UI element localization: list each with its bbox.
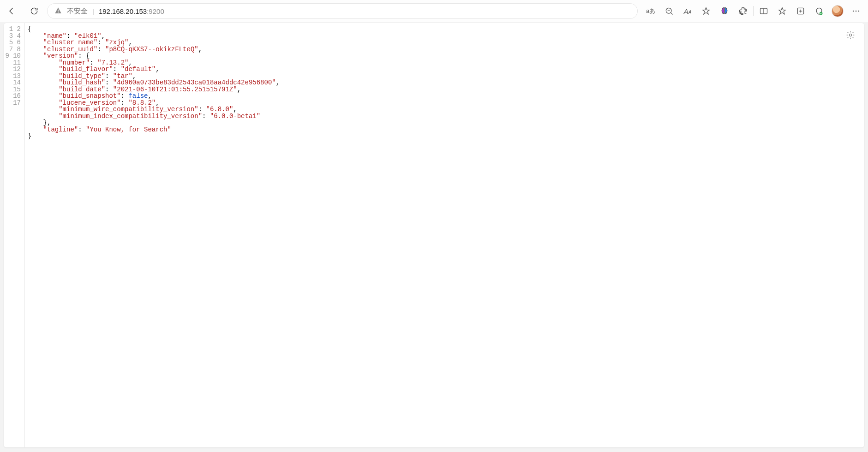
svg-rect-1: [58, 12, 59, 13]
avatar-image: [832, 5, 844, 17]
svg-point-8: [858, 11, 860, 12]
not-secure-icon: [54, 6, 62, 16]
brain-extension-icon[interactable]: [715, 2, 734, 20]
more-button[interactable]: [847, 2, 865, 20]
back-button[interactable]: [3, 2, 21, 20]
json-response-body[interactable]: { "name": "elk01", "cluster_name": "zxjq…: [25, 23, 864, 447]
browser-toolbar: 不安全 | 192.168.20.153:9200 aあ AA: [0, 0, 868, 22]
zoom-out-button[interactable]: [660, 2, 678, 20]
address-separator: |: [92, 7, 94, 15]
svg-point-7: [856, 11, 857, 12]
extensions-button[interactable]: [734, 2, 752, 20]
read-aloud-button[interactable]: aあ: [641, 2, 660, 20]
line-number-gutter: 1 2 3 4 5 6 7 8 9 10 11 12 13 14 15 16 1…: [4, 23, 25, 447]
address-bar[interactable]: 不安全 | 192.168.20.153:9200: [47, 3, 638, 19]
page-content: 1 2 3 4 5 6 7 8 9 10 11 12 13 14 15 16 1…: [4, 23, 864, 447]
address-port: :9200: [147, 7, 164, 15]
svg-point-9: [850, 34, 852, 36]
split-screen-button[interactable]: [754, 2, 773, 20]
json-settings-icon[interactable]: [844, 29, 857, 42]
performance-button[interactable]: [810, 2, 828, 20]
favorites-button[interactable]: [773, 2, 791, 20]
address-host: 192.168.20.153: [99, 7, 147, 15]
toolbar-divider: [753, 6, 754, 16]
reload-button[interactable]: [25, 2, 43, 20]
favorite-button[interactable]: [697, 2, 715, 20]
svg-point-6: [853, 11, 854, 12]
collections-button[interactable]: [791, 2, 810, 20]
svg-rect-0: [58, 9, 59, 12]
not-secure-label: 不安全: [67, 7, 88, 16]
text-size-button[interactable]: AA: [678, 2, 697, 20]
profile-avatar[interactable]: [828, 2, 847, 20]
